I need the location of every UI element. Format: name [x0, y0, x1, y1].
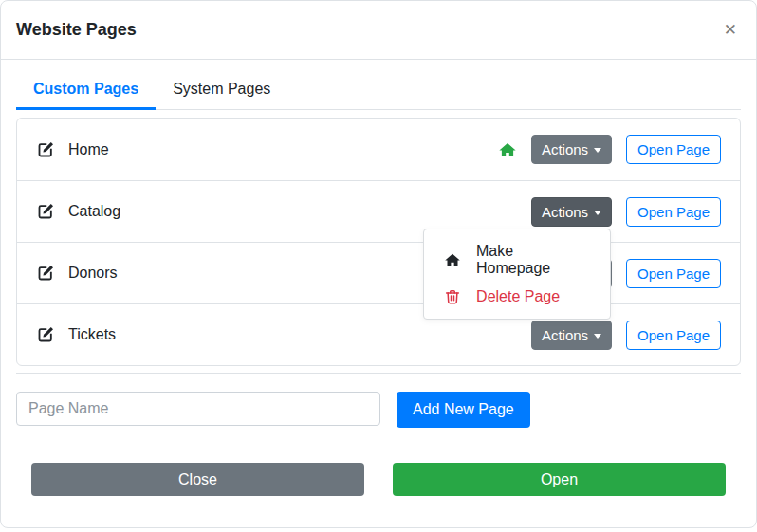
open-page-button[interactable]: Open Page: [626, 321, 721, 350]
row-actions: Actions Open Page: [498, 135, 721, 164]
actions-button-label: Actions: [542, 141, 588, 157]
home-icon: [443, 251, 462, 268]
tab-bar: Custom Pages System Pages: [16, 71, 741, 110]
actions-dropdown-menu: Make Homepage: [423, 229, 611, 320]
add-page-form: Add New Page: [16, 392, 741, 428]
modal-body: Custom Pages System Pages Home: [1, 60, 756, 496]
actions-button[interactable]: Actions: [531, 321, 612, 350]
modal-footer: Close Open: [16, 463, 741, 496]
edit-page-icon[interactable]: [36, 325, 55, 344]
modal-title: Website Pages: [16, 20, 137, 40]
row-actions: Actions Open Page: [531, 321, 721, 350]
modal-header: Website Pages ✕: [1, 1, 756, 60]
page-name-input[interactable]: [16, 392, 380, 426]
page-name: Home: [68, 141, 109, 158]
menu-item-label: Make Homepage: [476, 243, 591, 277]
page-row: Catalog Actions: [17, 180, 740, 242]
homepage-indicator-icon: [498, 140, 517, 159]
open-page-button[interactable]: Open Page: [626, 259, 721, 288]
menu-item-delete-page[interactable]: Delete Page: [424, 283, 610, 311]
caret-down-icon: [594, 211, 601, 215]
trash-icon: [443, 288, 462, 305]
page-list: Home Actions Open Page: [16, 118, 741, 366]
edit-page-icon[interactable]: [36, 264, 55, 283]
close-button[interactable]: Close: [31, 463, 364, 496]
actions-button[interactable]: Actions: [531, 197, 612, 227]
page-row: Home Actions Open Page: [17, 119, 740, 180]
actions-button-label: Actions: [542, 204, 588, 220]
tab-system-pages[interactable]: System Pages: [156, 71, 287, 110]
open-page-button[interactable]: Open Page: [626, 135, 721, 164]
caret-down-icon: [594, 148, 601, 153]
close-icon[interactable]: ✕: [720, 22, 741, 38]
page-name: Donors: [68, 265, 118, 282]
page-row: Tickets Actions Open Page: [17, 303, 740, 365]
open-button[interactable]: Open: [393, 463, 726, 496]
page-row: Donors Actions Open Page: [17, 242, 740, 303]
add-new-page-button[interactable]: Add New Page: [397, 392, 530, 428]
page-name: Tickets: [68, 326, 116, 343]
tab-custom-pages[interactable]: Custom Pages: [16, 71, 156, 110]
edit-page-icon[interactable]: [36, 202, 55, 221]
actions-button-label: Actions: [542, 327, 588, 343]
website-pages-modal: Website Pages ✕ Custom Pages System Page…: [0, 0, 757, 528]
menu-item-label: Delete Page: [476, 288, 560, 305]
caret-down-icon: [594, 334, 601, 339]
actions-button[interactable]: Actions: [531, 135, 612, 164]
open-page-button[interactable]: Open Page: [626, 197, 721, 227]
row-actions: Actions Make Homepage: [531, 197, 721, 227]
edit-page-icon[interactable]: [36, 140, 55, 159]
page-name: Catalog: [68, 203, 120, 220]
menu-item-make-homepage[interactable]: Make Homepage: [424, 237, 610, 283]
section-divider: [16, 373, 741, 374]
